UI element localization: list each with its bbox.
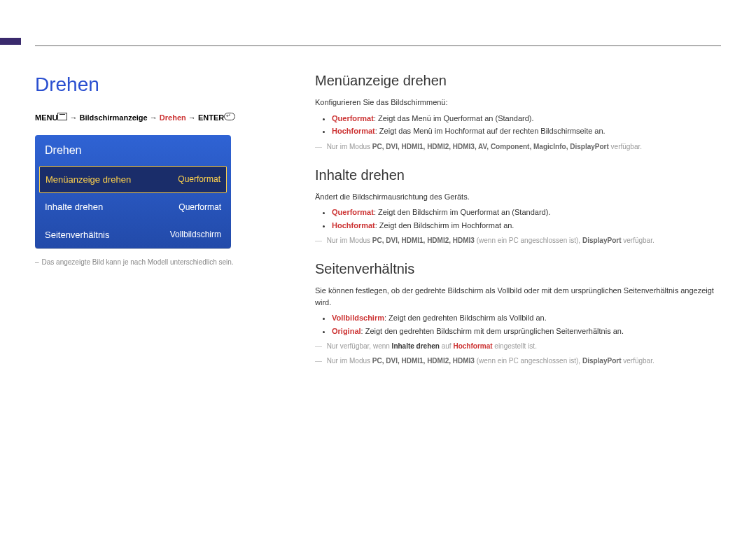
- osd-menu-preview: Drehen Menüanzeige drehen Querformat Inh…: [35, 135, 231, 249]
- note-mid: (wenn ein PC angeschlossen ist),: [475, 237, 582, 244]
- condition-note: Nur verfügbar, wenn Inhalte drehen auf H…: [315, 341, 721, 351]
- osd-menu-title: Drehen: [35, 135, 231, 166]
- osd-menu-item-value: Querformat: [178, 173, 220, 185]
- bullet-item: Original: Zeigt den gedrehten Bildschirm…: [332, 325, 721, 337]
- section-heading-seitenverhaeltnis: Seitenverhältnis: [315, 258, 721, 279]
- bullet-list: Querformat: Zeigt den Bildschirm im Quer…: [315, 206, 721, 231]
- section-heading-inhalte: Inhalte drehen: [315, 164, 721, 185]
- note-post: verfügbar.: [621, 357, 654, 365]
- osd-menu-item-label: Menüanzeige drehen: [46, 173, 131, 187]
- bullet-text: : Zeigt das Menü im Querformat an (Stand…: [374, 114, 534, 122]
- note-hochformat: Hochformat: [453, 342, 492, 350]
- enter-icon: [224, 113, 235, 120]
- section-heading-menuanzeige: Menüanzeige drehen: [315, 70, 721, 91]
- osd-menu-item-value: Querformat: [178, 201, 221, 213]
- osd-menu-item: Seitenverhältnis Vollbildschirm: [35, 221, 231, 249]
- note-bold: Inhalte drehen: [392, 342, 440, 350]
- left-column: Drehen MENU → Bildschirmanzeige → Drehen…: [35, 70, 273, 370]
- page-title: Drehen: [35, 70, 273, 99]
- document-page: Drehen MENU → Bildschirmanzeige → Drehen…: [0, 0, 756, 534]
- availability-note: Nur im Modus PC, DVI, HDMI1, HDMI2, HDMI…: [315, 356, 721, 366]
- note-modes: PC, DVI, HDMI1, HDMI2, HDMI3, AV, Compon…: [372, 143, 609, 150]
- osd-menu-item-selected: Menüanzeige drehen Querformat: [39, 166, 227, 194]
- bullet-text: : Zeigt den gedrehten Bildschirm als Vol…: [384, 314, 547, 322]
- breadcrumb: MENU → Bildschirmanzeige → Drehen → ENTE…: [35, 112, 273, 124]
- availability-note: Nur im Modus PC, DVI, HDMI1, HDMI2, HDMI…: [315, 141, 721, 152]
- bullet-term: Hochformat: [332, 221, 375, 230]
- note-modes: PC, DVI, HDMI1, HDMI2, HDMI3: [372, 237, 475, 244]
- page-accent-mark: [0, 38, 21, 45]
- bullet-item: Vollbildschirm: Zeigt den gedrehten Bild…: [332, 312, 721, 324]
- note-post: eingestellt ist.: [493, 342, 537, 350]
- note-mid: auf: [440, 342, 453, 350]
- osd-menu-item-label: Seitenverhältnis: [45, 228, 110, 242]
- bullet-list: Querformat: Zeigt das Menü im Querformat…: [315, 113, 721, 137]
- two-column-layout: Drehen MENU → Bildschirmanzeige → Drehen…: [35, 28, 721, 370]
- bullet-text: : Zeigt den Bildschirm im Querformat an …: [374, 208, 550, 216]
- note-mid: (wenn ein PC angeschlossen ist),: [475, 357, 582, 365]
- menu-icon: [57, 113, 67, 120]
- bullet-term: Querformat: [332, 114, 374, 122]
- bullet-term: Original: [332, 327, 361, 335]
- osd-menu-item: Inhalte drehen Querformat: [35, 193, 231, 221]
- note-pre: Nur verfügbar, wenn: [327, 342, 392, 350]
- note-pre: Nur im Modus: [327, 357, 372, 365]
- page-divider: [35, 45, 721, 46]
- bullet-term: Querformat: [332, 208, 374, 216]
- note-pre: Nur im Modus: [327, 237, 372, 244]
- bullet-item: Querformat: Zeigt den Bildschirm im Quer…: [332, 206, 721, 218]
- note-post: verfügbar.: [609, 143, 642, 150]
- breadcrumb-enter: ENTER: [198, 113, 224, 122]
- osd-menu-item-label: Inhalte drehen: [45, 200, 103, 214]
- right-column: Menüanzeige drehen Konfigurieren Sie das…: [315, 70, 721, 370]
- note-post: verfügbar.: [621, 237, 654, 244]
- bullet-text: : Zeigt das Menü im Hochformat auf der r…: [375, 127, 606, 135]
- image-footnote: Das angezeigte Bild kann je nach Modell …: [35, 257, 273, 267]
- note-displayport: DisplayPort: [582, 237, 622, 244]
- bullet-item: Hochformat: Zeigt das Menü im Hochformat…: [332, 125, 721, 137]
- breadcrumb-path2: Drehen: [160, 113, 186, 122]
- bullet-list: Vollbildschirm: Zeigt den gedrehten Bild…: [315, 312, 721, 337]
- breadcrumb-menu: MENU: [35, 113, 57, 122]
- note-displayport: DisplayPort: [582, 357, 622, 365]
- bullet-term: Hochformat: [332, 127, 375, 135]
- bullet-text: : Zeigt den Bildschirm im Hochformat an.: [375, 221, 514, 230]
- availability-note: Nur im Modus PC, DVI, HDMI1, HDMI2, HDMI…: [315, 235, 721, 246]
- breadcrumb-path1: Bildschirmanzeige: [80, 113, 148, 122]
- bullet-term: Vollbildschirm: [332, 314, 384, 322]
- bullet-item: Hochformat: Zeigt den Bildschirm im Hoch…: [332, 220, 721, 232]
- section-intro: Konfigurieren Sie das Bildschirmmenü:: [315, 97, 721, 108]
- bullet-item: Querformat: Zeigt das Menü im Querformat…: [332, 113, 721, 125]
- note-pre: Nur im Modus: [327, 143, 372, 150]
- note-modes: PC, DVI, HDMI1, HDMI2, HDMI3: [372, 357, 475, 365]
- section-intro: Ändert die Bildschirmausrichtung des Ger…: [315, 191, 721, 203]
- bullet-text: : Zeigt den gedrehten Bildschirm mit dem…: [361, 327, 624, 335]
- section-intro: Sie können festlegen, ob der gedrehte Bi…: [315, 285, 721, 308]
- osd-menu-item-value: Vollbildschirm: [170, 228, 221, 241]
